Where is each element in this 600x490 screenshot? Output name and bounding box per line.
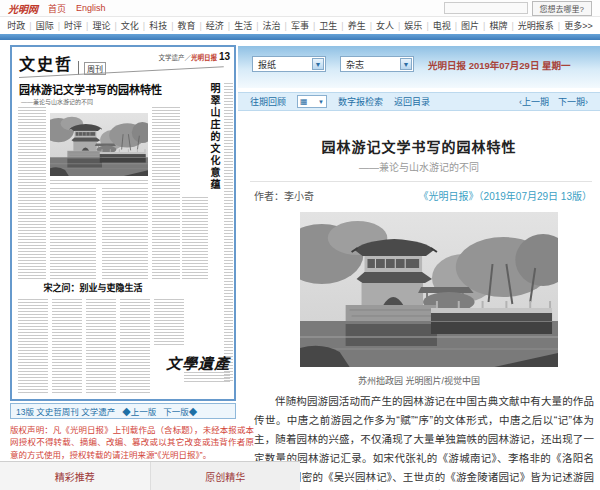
nav-lilun[interactable]: 理论 bbox=[82, 19, 110, 32]
article-divider bbox=[250, 181, 592, 182]
corner-section: 文学遗产 bbox=[159, 54, 185, 61]
magazine-type-select[interactable]: 杂志 ▼ bbox=[340, 56, 414, 72]
corner-page-number: 13 bbox=[219, 51, 230, 62]
nav-keji[interactable]: 科技 bbox=[139, 19, 167, 32]
nav-more[interactable]: 更多>> bbox=[554, 19, 593, 32]
page-pager-bar: 13版 文史哲周刊 文学遗产 ◆上一版 下一版◆ bbox=[10, 403, 236, 419]
goto-input[interactable] bbox=[444, 2, 528, 14]
tab-originals[interactable]: 原创精华 bbox=[151, 462, 301, 490]
newsprint-column bbox=[18, 299, 48, 393]
next-page-link[interactable]: 下一版◆ bbox=[163, 405, 197, 417]
thumbnail-second-headline: 宋之问：别业与吏隐生活 bbox=[30, 281, 156, 294]
photo-caption: 苏州拙政园 光明图片/视觉中国 bbox=[238, 374, 600, 387]
back-to-toc-link[interactable]: 返回目录 bbox=[394, 95, 430, 108]
newsprint-column bbox=[18, 107, 46, 279]
article-body: 伴随构园游园活动而产生的园林游记在中国古典文献中有大量的作品传世。中唐之前游园之… bbox=[254, 392, 594, 490]
english-link[interactable]: English bbox=[76, 3, 106, 13]
nav-weisheng[interactable]: 卫生 bbox=[309, 19, 337, 32]
current-page-label: 13版 文史哲周刊 文学遗产 bbox=[16, 405, 115, 417]
thumbnail-photo bbox=[50, 113, 148, 176]
magazine-select-value: 杂志 bbox=[346, 58, 364, 71]
nav-yule[interactable]: 娱乐 bbox=[394, 19, 422, 32]
newsprint-caption bbox=[50, 180, 148, 184]
tab-highlights[interactable]: 精彩推荐 bbox=[0, 462, 151, 490]
paper-type-select[interactable]: 报纸 ▼ bbox=[252, 56, 326, 72]
nav-shiping[interactable]: 时评 bbox=[54, 19, 82, 32]
bottom-tabs: 精彩推荐 原创精华 bbox=[0, 461, 300, 490]
newsprint-column bbox=[86, 299, 116, 393]
article-title: 园林游记文学书写的园林特性 bbox=[238, 136, 600, 156]
chevron-down-icon: ▼ bbox=[400, 58, 412, 70]
nav-guoji[interactable]: 国际 bbox=[25, 19, 53, 32]
goto-button[interactable]: 您想去哪里? bbox=[532, 1, 592, 16]
nav-dianshi[interactable]: 电视 bbox=[422, 19, 450, 32]
nav-gmbaoxi[interactable]: 光明报系 bbox=[507, 19, 553, 32]
top-bar: 光明网 首页 English 您想去哪里? bbox=[0, 0, 600, 17]
digital-search-link[interactable]: 数字报检索 bbox=[338, 95, 383, 108]
gmw-logo[interactable]: 光明网 bbox=[8, 1, 38, 16]
thumbnail-vertical-headline: 明翠山庄的文化意蕴 bbox=[207, 83, 222, 191]
literary-heritage-calligraphy: 文學遺產 bbox=[166, 352, 230, 373]
gmw-epaper-page: 光明网 首页 English 您想去哪里? 时政 国际 时评 理论 文化 科技 … bbox=[0, 0, 600, 490]
chevron-down-icon: ▼ bbox=[318, 99, 324, 105]
nav-junshi[interactable]: 军事 bbox=[281, 19, 309, 32]
copyright-notice: 版权声明：凡《光明日报》上刊载作品（含标题），未经本报或本网授权不得转载、摘编、… bbox=[10, 424, 254, 461]
paper-select-value: 报纸 bbox=[258, 58, 276, 71]
nav-yangsheng[interactable]: 养生 bbox=[337, 19, 365, 32]
calendar-icon: ▦ bbox=[300, 97, 308, 106]
reader-toolbar: 往期回顾 ▦ ▼ 数字报检索 返回目录 ‹上一期 下一期› bbox=[238, 92, 600, 111]
nav-tupian[interactable]: 图片 bbox=[451, 19, 479, 32]
nav-fazhi[interactable]: 法治 bbox=[252, 19, 280, 32]
newsprint-column bbox=[50, 188, 96, 279]
chevron-down-icon: ▼ bbox=[312, 58, 324, 70]
nav-qipai[interactable]: 棋牌 bbox=[479, 19, 507, 32]
thumbnail-headline: 园林游记文学书写的园林特性 bbox=[19, 81, 179, 97]
newspaper-page-thumbnail[interactable]: 文史哲 周刊 文学遗产／光明日报 13 园林游记文学书写的园林特性 ——兼论与山… bbox=[10, 45, 236, 401]
nav-nvren[interactable]: 女人 bbox=[366, 19, 394, 32]
home-link[interactable]: 首页 bbox=[48, 2, 66, 15]
article-subtitle: ——兼论与山水游记的不同 bbox=[238, 159, 600, 174]
newsprint-column bbox=[102, 188, 148, 279]
header-divider-strip bbox=[0, 34, 600, 40]
article-paragraph: 伴随构园游园活动而产生的园林游记在中国古典文献中有大量的作品传世。中唐之前游园之… bbox=[254, 392, 594, 490]
prev-issue-link[interactable]: ‹上一期 bbox=[519, 95, 549, 108]
newsprint-column bbox=[182, 197, 208, 281]
newsprint-column bbox=[224, 83, 233, 383]
newsprint-column bbox=[120, 299, 150, 393]
next-issue-link[interactable]: 下一期› bbox=[558, 95, 588, 108]
corner-paper-name: 光明日报 bbox=[191, 54, 217, 61]
nav-wenhua[interactable]: 文化 bbox=[110, 19, 138, 32]
newsprint-column bbox=[154, 299, 184, 347]
back-issues-link[interactable]: 往期回顾 bbox=[250, 95, 286, 108]
newsprint-column bbox=[52, 299, 82, 393]
issue-date-label: 光明日报 2019年07月29日 星期一 bbox=[428, 58, 571, 72]
back-issue-date-select[interactable]: ▦ ▼ bbox=[297, 95, 327, 108]
prev-page-link[interactable]: ◆上一版 bbox=[122, 405, 156, 417]
reader-header-band: 报纸 ▼ 杂志 ▼ 光明日报 2019年07月29日 星期一 bbox=[238, 46, 600, 88]
thumbnail-subhead: ——兼论与山水游记的不同 bbox=[21, 97, 93, 106]
nav-jingji[interactable]: 经济 bbox=[196, 19, 224, 32]
thumbnail-masthead: 文史哲 周刊 bbox=[19, 51, 106, 75]
calligraphy-caption-lines bbox=[184, 372, 230, 384]
masthead-title: 文史哲 bbox=[19, 51, 73, 75]
thumbnail-corner-info: 文学遗产／光明日报 13 bbox=[159, 50, 230, 64]
nav-shizheng[interactable]: 时政 bbox=[7, 19, 25, 32]
nav-shenghuo[interactable]: 生活 bbox=[224, 19, 252, 32]
article-source: 《光明日报》（2019年07月29日 13版） bbox=[419, 188, 592, 203]
article-photo bbox=[300, 212, 558, 367]
newsprint-column bbox=[152, 107, 180, 279]
nav-jiaoyu[interactable]: 教育 bbox=[167, 19, 195, 32]
main-nav: 时政 国际 时评 理论 文化 科技 教育 经济 生活 法治 军事 卫生 养生 女… bbox=[0, 18, 600, 33]
article-author: 作者：李小奇 bbox=[254, 188, 314, 203]
article-meta-row: 作者：李小奇 《光明日报》（2019年07月29日 13版） bbox=[254, 188, 592, 203]
